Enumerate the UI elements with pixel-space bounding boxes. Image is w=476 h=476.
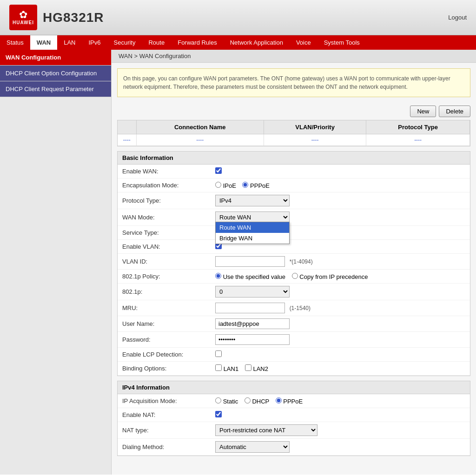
nav-lan[interactable]: LAN: [57, 35, 82, 50]
col-header-connection: Connection Name: [136, 120, 264, 134]
ipv4-info-header: IPv4 Information: [118, 381, 470, 394]
ip-acq-label: IP Acquisition Mode:: [122, 397, 215, 404]
encap-pppoe-radio[interactable]: [242, 182, 248, 188]
protocol-type-select[interactable]: IPv4 IPv6 IPv4/IPv6: [215, 195, 290, 206]
nav-system-tools[interactable]: System Tools: [317, 35, 366, 50]
logo-petals: ✿: [19, 10, 27, 20]
ip-acq-control: Static DHCP PPPoE: [215, 397, 465, 405]
dropdown-bridge-wan[interactable]: Bridge WAN: [216, 233, 289, 244]
dialing-control: Automatic Manual: [215, 441, 465, 453]
vlan-id-row: VLAN ID: *(1-4094): [118, 254, 470, 270]
username-label: User Name:: [122, 320, 215, 327]
encap-ipoe-option[interactable]: IPoE: [215, 182, 238, 189]
lcp-checkbox[interactable]: [215, 350, 222, 357]
encapsulation-label: Encapsulation Mode:: [122, 182, 215, 189]
vlan-id-control: *(1-4094): [215, 256, 465, 267]
col-header-check: [118, 120, 136, 134]
password-row: Password:: [118, 332, 470, 348]
ip-dhcp-option[interactable]: DHCP: [245, 398, 271, 405]
enable-wan-checkbox[interactable]: [215, 167, 222, 174]
delete-button[interactable]: Delete: [439, 106, 470, 117]
binding-row: Binding Options: LAN1 LAN2: [118, 362, 470, 376]
nav-wan[interactable]: WAN: [30, 35, 57, 50]
encapsulation-row: Encapsulation Mode: IPoE PPPoE: [118, 178, 470, 192]
ip-dhcp-label: DHCP: [252, 398, 269, 405]
ip-dhcp-radio[interactable]: [245, 397, 251, 403]
wan-table: Connection Name VLAN/Priority Protocol T…: [117, 120, 470, 146]
logout-button[interactable]: Logout: [448, 14, 467, 21]
lan1-binding[interactable]: LAN1: [215, 365, 240, 372]
policy-specified-radio[interactable]: [215, 273, 221, 279]
nat-type-select[interactable]: Port-restricted cone NAT Full cone NAT R…: [215, 424, 317, 436]
vlan-id-label: VLAN ID:: [122, 258, 215, 265]
dialing-select[interactable]: Automatic Manual: [215, 441, 290, 453]
lan2-checkbox[interactable]: [245, 364, 251, 371]
username-input[interactable]: [215, 318, 290, 329]
username-control: [215, 318, 465, 329]
mru-label: MRU:: [122, 304, 215, 311]
nav-network-app[interactable]: Network Application: [224, 35, 290, 50]
dot1p-policy-control: Use the specified value Copy from IP pre…: [215, 273, 465, 280]
dot1p-label: 802.1p:: [122, 288, 215, 295]
nat-type-control: Port-restricted cone NAT Full cone NAT R…: [215, 424, 465, 436]
wan-mode-dropdown[interactable]: Route WAN Bridge WAN Route WAN Bridge WA…: [215, 212, 290, 223]
ip-static-radio[interactable]: [215, 397, 221, 403]
protocol-type-label: Protocol Type:: [122, 197, 215, 204]
service-type-row: Service Type:: [118, 226, 470, 240]
basic-info-header: Basic Information: [118, 152, 470, 165]
encap-pppoe-option[interactable]: PPPoE: [242, 182, 270, 189]
policy-specified-option[interactable]: Use the specified value: [215, 273, 287, 280]
vlan-id-input[interactable]: [215, 256, 285, 267]
mru-hint: (1-1540): [290, 305, 311, 311]
nav-status[interactable]: Status: [0, 35, 30, 50]
enable-nat-control: [215, 411, 465, 419]
sidebar: WAN Configuration DHCP Client Option Con…: [0, 50, 112, 475]
enable-wan-label: Enable WAN:: [122, 168, 215, 175]
binding-label: Binding Options:: [122, 365, 215, 372]
username-row: User Name:: [118, 316, 470, 332]
password-input[interactable]: [215, 334, 290, 345]
dropdown-route-wan[interactable]: Route WAN: [216, 222, 289, 233]
sidebar-item-dhcp-request[interactable]: DHCP Client Request Parameter: [0, 81, 111, 97]
dot1p-select[interactable]: 0 1 2 3 4 5 6 7: [215, 286, 290, 298]
ip-static-label: Static: [223, 398, 238, 405]
lcp-label: Enable LCP Detection:: [122, 351, 215, 358]
nav-ipv6[interactable]: IPv6: [82, 35, 107, 50]
ip-static-option[interactable]: Static: [215, 398, 240, 405]
info-box: On this page, you can configure WAN port…: [117, 68, 470, 97]
sidebar-item-wan-config[interactable]: WAN Configuration: [0, 50, 111, 66]
sidebar-item-dhcp-option[interactable]: DHCP Client Option Configuration: [0, 66, 111, 81]
wan-mode-label: WAN Mode:: [122, 214, 215, 221]
policy-copy-radio[interactable]: [292, 273, 298, 279]
enable-nat-row: Enable NAT:: [118, 408, 470, 422]
ip-pppoe-radio[interactable]: [276, 397, 282, 403]
huawei-logo: ✿ HUAWEI: [9, 5, 37, 30]
nav-security[interactable]: Security: [107, 35, 142, 50]
nav-voice[interactable]: Voice: [290, 35, 317, 50]
dot1p-policy-label: 802.1p Policy:: [122, 273, 215, 280]
col-header-vlan: VLAN/Priority: [264, 120, 366, 134]
nav-route[interactable]: Route: [142, 35, 171, 50]
protocol-type-control: IPv4 IPv6 IPv4/IPv6: [215, 195, 465, 206]
dialing-row: Dialing Method: Automatic Manual: [118, 439, 470, 456]
new-button[interactable]: New: [410, 106, 436, 117]
encap-ipoe-radio[interactable]: [215, 182, 221, 188]
logo-brand: HUAWEI: [13, 20, 34, 25]
lan1-checkbox[interactable]: [215, 364, 222, 371]
lcp-row: Enable LCP Detection:: [118, 348, 470, 362]
ipv4-info-section: IPv4 Information IP Acquisition Mode: St…: [117, 381, 470, 456]
nav-forward-rules[interactable]: Forward Rules: [171, 35, 224, 50]
row-connection: ----: [136, 134, 264, 146]
mru-input[interactable]: [215, 303, 285, 313]
enable-nat-label: Enable NAT:: [122, 411, 215, 418]
policy-copy-option[interactable]: Copy from IP precedence: [292, 273, 368, 280]
enable-nat-checkbox[interactable]: [215, 411, 222, 417]
binding-control: LAN1 LAN2: [215, 364, 465, 372]
wan-mode-dropdown-list: Route WAN Bridge WAN: [215, 222, 290, 244]
ip-pppoe-option[interactable]: PPPoE: [276, 398, 303, 405]
vlan-id-hint: *(1-4094): [290, 258, 313, 265]
lan2-binding[interactable]: LAN2: [245, 365, 268, 372]
policy-specified-label: Use the specified value: [223, 273, 285, 280]
row-protocol: ----: [366, 134, 470, 146]
lcp-control: [215, 350, 465, 358]
